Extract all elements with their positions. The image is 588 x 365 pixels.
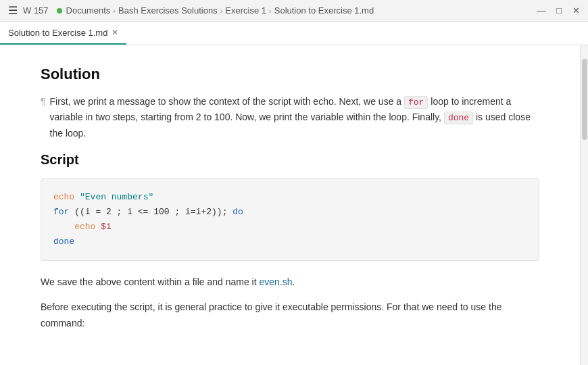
paragraph-1: ¶ First, we print a message to show the … — [41, 94, 539, 141]
code-block: echo "Even numbers" for ((i = 2 ; i <= 1… — [41, 178, 539, 261]
scrollbar-thumb[interactable] — [582, 59, 587, 140]
minimize-button[interactable]: — — [537, 6, 545, 15]
breadcrumb-solution-file[interactable]: Solution to Exercise 1.md — [274, 5, 374, 16]
main-content: Solution ¶ First, we print a message to … — [0, 45, 580, 365]
evensh-link[interactable]: even.sh — [260, 276, 293, 287]
tab-label: Solution to Exercise 1.md — [8, 28, 107, 38]
menu-icon[interactable]: ☰ — [8, 4, 18, 17]
breadcrumb: Documents › Bash Exercises Solutions › E… — [66, 5, 537, 16]
tab-close-button[interactable]: ✕ — [112, 28, 118, 37]
pilcrow-icon: ¶ — [41, 94, 46, 110]
paragraph-2: We save the above content within a file … — [41, 274, 539, 290]
close-button[interactable]: ✕ — [572, 6, 580, 15]
for-code: for — [404, 96, 428, 109]
script-heading: Script — [41, 152, 539, 168]
breadcrumb-exercise1[interactable]: Exercise 1 — [225, 5, 266, 16]
maximize-button[interactable]: □ — [556, 6, 562, 15]
tabbar: Solution to Exercise 1.md ✕ — [0, 22, 588, 45]
paragraph-1-text: First, we print a message to show the co… — [50, 94, 539, 141]
scrollbar[interactable] — [580, 45, 588, 365]
code-line-2: for ((i = 2 ; i <= 100 ; i=i+2)); do — [53, 205, 526, 220]
w-count: W 157 — [23, 5, 49, 16]
tab-solution[interactable]: Solution to Exercise 1.md ✕ — [0, 22, 126, 45]
status-dot — [57, 8, 62, 14]
done-code: done — [444, 112, 473, 124]
breadcrumb-documents[interactable]: Documents — [66, 5, 111, 16]
solution-heading: Solution — [41, 66, 539, 83]
code-line-4: done — [53, 235, 526, 249]
window-controls: — □ ✕ — [537, 6, 580, 15]
breadcrumb-bash-exercises[interactable]: Bash Exercises Solutions — [118, 5, 218, 16]
content-area: Solution ¶ First, we print a message to … — [0, 45, 588, 365]
titlebar: ☰ W 157 Documents › Bash Exercises Solut… — [0, 0, 588, 22]
code-line-3: echo $i — [53, 220, 526, 235]
code-line-1: echo "Even numbers" — [53, 190, 526, 205]
paragraph-3: Before executing the script, it is gener… — [41, 299, 539, 331]
